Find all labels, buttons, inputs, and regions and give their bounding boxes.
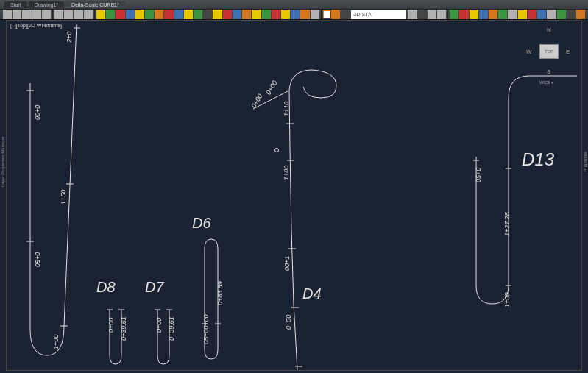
station-label: 05+0 [475, 168, 482, 182]
tool-polyline-icon[interactable] [32, 10, 41, 19]
station-label: 1+27.28 [503, 212, 511, 236]
layer-properties-label: Layer Properties Manager [1, 136, 5, 187]
station-label: 05+00+00 [202, 314, 210, 344]
station-label: 1+50 [60, 190, 67, 205]
viewcube-east[interactable]: E [566, 49, 570, 55]
tool-active1-icon[interactable] [323, 10, 330, 18]
tool-text-icon[interactable] [242, 10, 251, 19]
alignment-d13 [470, 65, 581, 315]
alignment-d13-label: D13 [522, 149, 554, 170]
tool-corridor-icon[interactable] [145, 10, 154, 19]
tool-parcel-icon[interactable] [184, 10, 193, 19]
tool-alignment-icon[interactable] [126, 10, 135, 19]
tool-grading-icon[interactable] [174, 10, 183, 19]
tool-r7-icon[interactable] [470, 10, 478, 19]
tool-layer-icon[interactable] [96, 10, 105, 19]
tool-trim-icon[interactable] [84, 10, 93, 19]
properties-panel[interactable]: Properties [582, 118, 588, 206]
tool-r17-icon[interactable] [567, 10, 575, 19]
tool-circle-icon[interactable] [22, 10, 31, 19]
station-label: 1+00 [503, 293, 511, 308]
tool-misc6-icon[interactable] [300, 10, 309, 19]
tool-point-icon[interactable] [116, 10, 124, 19]
station-label: 0+00 [107, 318, 115, 333]
tool-hatch-icon[interactable] [223, 10, 232, 19]
layer-properties-panel[interactable]: Layer Properties Manager [0, 118, 6, 206]
alignment-d8-label: D8 [96, 279, 116, 296]
tool-active3-icon[interactable] [341, 10, 350, 19]
point-marker [274, 148, 279, 152]
drawing-canvas[interactable]: [–][Top][2D Wireframe] N S W E TOP WCS ▾… [6, 20, 582, 371]
alignment-d4 [242, 61, 353, 370]
tool-right2-icon[interactable] [418, 10, 427, 19]
tool-r15-icon[interactable] [547, 10, 556, 19]
tool-misc1-icon[interactable] [252, 10, 261, 19]
alignment-left [18, 21, 91, 373]
tool-r16-icon[interactable] [557, 10, 566, 19]
tool-r9-icon[interactable] [489, 10, 497, 19]
station-label: 0+39.61 [120, 316, 127, 341]
main-toolbar: 2D STA [0, 9, 588, 20]
tool-rotate-icon[interactable] [74, 10, 82, 19]
properties-label: Properties [583, 152, 587, 171]
tool-misc4-icon[interactable] [281, 10, 290, 19]
tool-profile-icon[interactable] [135, 10, 144, 19]
station-label: 1+18 [283, 102, 290, 116]
tool-block-icon[interactable] [233, 10, 241, 19]
tool-r11-icon[interactable] [508, 10, 517, 19]
tool-rect-icon[interactable] [42, 10, 51, 19]
station-label: 05+0 [34, 252, 41, 267]
tool-misc3-icon[interactable] [272, 10, 280, 19]
tool-r6-icon[interactable] [459, 10, 468, 19]
station-label: 0+83.89 [216, 281, 224, 305]
viewcube-top-face[interactable]: TOP [539, 44, 559, 59]
tool-r12-icon[interactable] [518, 10, 527, 19]
station-label: 0+39.61 [168, 316, 175, 341]
tool-right1-icon[interactable] [408, 10, 417, 19]
search-input[interactable]: 2D STA [351, 10, 407, 19]
tool-r14-icon[interactable] [537, 10, 546, 19]
tool-r8-icon[interactable] [479, 10, 488, 19]
tool-r18-icon[interactable] [576, 10, 585, 19]
station-label: 00+0 [34, 105, 41, 120]
station-label: 0+50 [285, 315, 292, 330]
tool-move-icon[interactable] [54, 10, 63, 19]
tool-r10-icon[interactable] [498, 10, 507, 19]
tool-label-icon[interactable] [194, 10, 202, 19]
station-label: 00+1 [283, 256, 291, 271]
alignment-d7-label: D7 [145, 279, 164, 296]
tool-active2-icon[interactable] [331, 10, 340, 19]
tool-surface-icon[interactable] [106, 10, 115, 19]
alignment-d6-label: D6 [192, 215, 211, 232]
tab-delta-sonic[interactable]: Delta-Sonic CURB1* [65, 1, 125, 8]
tool-right3-icon[interactable] [428, 10, 436, 19]
tool-misc5-icon[interactable] [291, 10, 300, 19]
tool-table-icon[interactable] [203, 10, 212, 19]
tool-r5-icon[interactable] [450, 10, 458, 19]
tool-misc7-icon[interactable] [311, 10, 319, 19]
viewcube-north[interactable]: N [547, 26, 551, 33]
tab-start[interactable]: Start [4, 1, 27, 8]
tool-right4-icon[interactable] [437, 10, 446, 19]
titlebar: Start Drawing1* Delta-Sonic CURB1* [0, 0, 588, 9]
tool-section-icon[interactable] [155, 10, 163, 19]
tool-copy-icon[interactable] [64, 10, 73, 19]
tool-pipe-icon[interactable] [164, 10, 173, 19]
station-label: 1+00 [52, 335, 60, 349]
station-label: 1+00 [283, 166, 290, 180]
tool-arc-icon[interactable] [13, 10, 21, 19]
viewcube-west[interactable]: W [526, 49, 532, 55]
alignment-d4-label: D4 [302, 285, 322, 302]
tool-r13-icon[interactable] [528, 10, 536, 19]
tool-line-icon[interactable] [3, 10, 12, 19]
station-label: 0+00 [155, 318, 163, 333]
tool-misc2-icon[interactable] [262, 10, 271, 19]
tab-drawing1[interactable]: Drawing1* [29, 1, 64, 8]
station-label: 2+0 [65, 32, 73, 43]
tool-dim-icon[interactable] [213, 10, 222, 19]
